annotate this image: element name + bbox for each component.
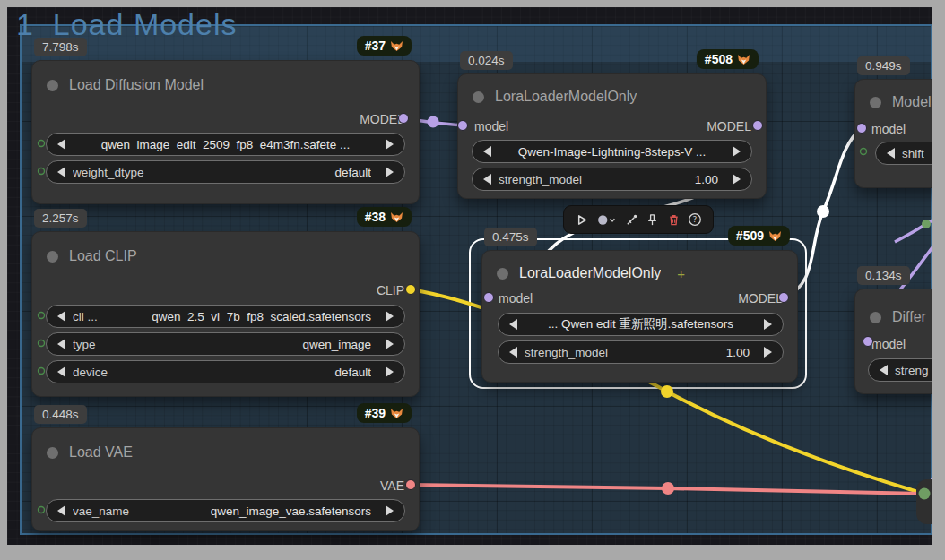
run-icon[interactable] [574, 211, 590, 228]
widget-lora-name[interactable]: ... Qwen edit 重新照明.safetensors [498, 313, 784, 336]
widget-lora-name[interactable]: Qwen-Image-Lightning-8steps-V ... [472, 140, 752, 163]
fox-icon [768, 230, 782, 242]
exec-time-badge: 0.949s [857, 56, 910, 75]
widget-vae-name[interactable]: vae_name qwen_image_vae.safetensors [46, 499, 405, 522]
widget-unet-name[interactable]: qwen_image_edit_2509_fp8_e4m3fn.safete .… [46, 133, 405, 156]
widget-value: qwen_2.5_vl_7b_fp8_scaled.safetensors [152, 310, 371, 323]
node-differential[interactable]: 0.134s Differ model streng [854, 289, 932, 394]
node-id-badge: #509 [728, 226, 790, 246]
fox-icon [737, 54, 750, 65]
combo-right-arrow[interactable] [733, 146, 741, 157]
combo-right-arrow[interactable] [386, 139, 394, 150]
node-load-vae[interactable]: 0.448s #39 Load VAE VAE vae_name qwen_im… [31, 427, 420, 531]
combo-right-arrow[interactable] [386, 366, 394, 377]
combo-left-arrow[interactable] [57, 366, 65, 377]
widget-label: device [73, 366, 108, 379]
selection-toolbox[interactable]: ? [563, 205, 714, 234]
node-lora-loader-508[interactable]: 0.024s #508 LoraLoaderModelOnly model MO… [457, 73, 767, 199]
combo-left-arrow[interactable] [483, 174, 491, 185]
input-label-model: model [871, 122, 906, 136]
node-partial-bottom-right[interactable] [916, 479, 932, 524]
widget-strength-model[interactable]: strength_model 1.00 [472, 168, 752, 191]
exec-time-badge: 0.024s [460, 51, 513, 70]
node-title: Load CLIP [69, 248, 137, 264]
node-id-text: #38 [365, 210, 386, 224]
combo-right-arrow[interactable] [386, 339, 394, 349]
fox-icon [390, 211, 403, 223]
collapse-dot[interactable] [472, 91, 484, 103]
help-icon[interactable]: ? [687, 211, 703, 228]
combo-left-arrow[interactable] [880, 365, 888, 375]
widget-value: 1.00 [695, 173, 718, 186]
combo-right-arrow[interactable] [733, 174, 741, 185]
widget-device[interactable]: device default [46, 360, 405, 383]
input-label-model: model [474, 119, 508, 134]
combo-left-arrow[interactable] [57, 167, 65, 177]
screenshot-frame: 1 Load Models 7.798s #37 Load Diffusion … [0, 0, 945, 560]
node-model-sampling[interactable]: 0.949s ModelS model shift [854, 79, 932, 188]
output-label-vae: VAE [380, 478, 404, 493]
widget-value: qwen_image [302, 338, 371, 351]
collapse-dot[interactable] [870, 97, 881, 108]
node-load-diffusion-model[interactable]: 7.798s #37 Load Diffusion Model MODEL qw… [31, 60, 420, 204]
combo-right-arrow[interactable] [386, 167, 394, 177]
output-label-model: MODEL [360, 112, 404, 126]
widget-label: strength_model [499, 173, 582, 186]
collapse-dot[interactable] [47, 447, 58, 459]
delete-icon[interactable] [665, 211, 681, 228]
exec-time-badge: 0.475s [484, 228, 537, 246]
node-id-text: #509 [736, 228, 764, 243]
node-id-badge: #39 [357, 403, 412, 423]
node-title: LoraLoaderModelOnly [519, 265, 661, 281]
combo-left-arrow[interactable] [483, 146, 491, 157]
widget-value: qwen_image_edit_2509_fp8_e4m3fn.safete .… [73, 138, 378, 151]
combo-left-arrow[interactable] [57, 311, 65, 322]
widget-value: Qwen-Image-Lightning-8steps-V ... [499, 145, 725, 159]
collapse-dot[interactable] [870, 312, 881, 323]
node-lora-loader-509[interactable]: 0.475s #509 LoraLoaderModelOnly + model … [481, 250, 798, 383]
widget-label: streng [895, 364, 929, 377]
output-label-clip: CLIP [377, 283, 404, 297]
node-load-clip[interactable]: 2.257s #38 Load CLIP CLIP cli ... qwen_2… [31, 231, 420, 397]
node-id-badge: #37 [357, 36, 412, 56]
combo-left-arrow[interactable] [509, 319, 517, 330]
collapse-dot[interactable] [47, 80, 58, 91]
collapse-dot[interactable] [47, 251, 58, 263]
node-title: ModelS [892, 94, 932, 110]
node-id-text: #39 [365, 406, 386, 420]
combo-left-arrow[interactable] [57, 139, 65, 150]
bypass-icon[interactable] [623, 211, 639, 228]
widget-type[interactable]: type qwen_image [46, 332, 405, 356]
pin-icon[interactable] [645, 211, 661, 228]
combo-left-arrow[interactable] [57, 505, 65, 516]
widget-value: default [334, 366, 371, 379]
widget-weight-dtype[interactable]: weight_dtype default [46, 160, 405, 184]
combo-left-arrow[interactable] [509, 347, 517, 358]
widget-value: qwen_image_vae.safetensors [211, 504, 371, 518]
widget-shift[interactable]: shift [875, 142, 932, 165]
combo-right-arrow[interactable] [386, 505, 394, 516]
widget-value: 1.00 [726, 346, 750, 359]
node-title: Load VAE [69, 444, 133, 461]
widget-label: cli ... [73, 310, 98, 323]
add-icon[interactable]: + [677, 266, 685, 281]
widget-label: shift [902, 147, 924, 160]
color-picker-icon[interactable] [594, 211, 618, 228]
combo-right-arrow[interactable] [764, 319, 772, 330]
combo-right-arrow[interactable] [386, 311, 394, 322]
node-id-text: #37 [365, 39, 386, 53]
widget-strength[interactable]: streng [868, 358, 932, 382]
combo-left-arrow[interactable] [57, 339, 65, 349]
combo-left-arrow[interactable] [887, 148, 895, 159]
widget-label: weight_dtype [73, 166, 144, 179]
widget-clip-name[interactable]: cli ... qwen_2.5_vl_7b_fp8_scaled.safete… [46, 305, 405, 328]
combo-right-arrow[interactable] [764, 347, 772, 358]
node-id-badge: #38 [357, 207, 412, 227]
widget-strength-model[interactable]: strength_model 1.00 [498, 340, 784, 364]
collapse-dot[interactable] [497, 268, 508, 280]
widget-label: strength_model [525, 346, 608, 359]
node-graph-canvas[interactable]: 1 Load Models 7.798s #37 Load Diffusion … [7, 7, 932, 545]
node-title: LoraLoaderModelOnly [495, 89, 637, 105]
widget-value: ... Qwen edit 重新照明.safetensors [525, 316, 757, 332]
node-id-badge: #508 [697, 49, 759, 69]
